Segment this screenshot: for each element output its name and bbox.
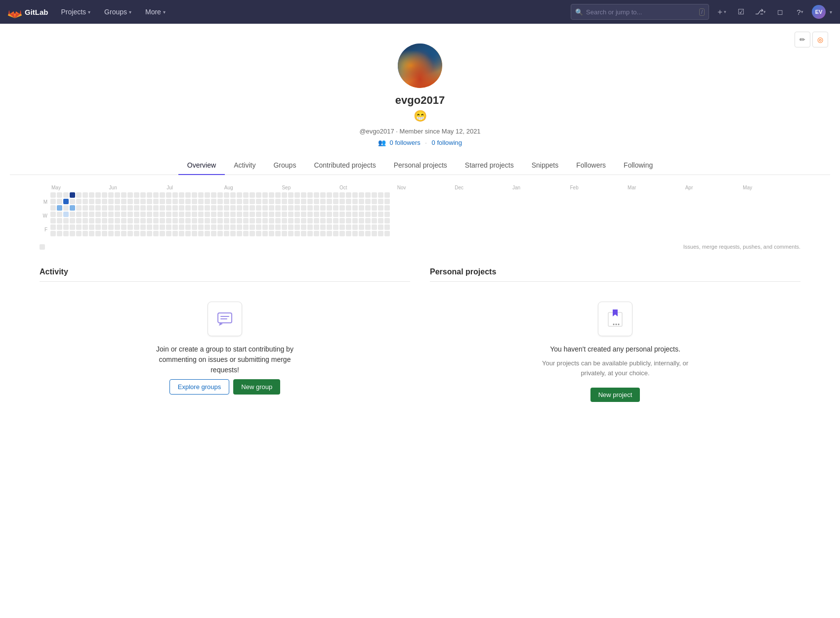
calendar-cell <box>269 199 274 204</box>
followers-link[interactable]: 0 followers <box>390 139 422 146</box>
calendar-cell <box>327 218 332 223</box>
tab-overview[interactable]: Overview <box>178 156 225 175</box>
calendar-cell <box>121 199 126 204</box>
calendar-cell <box>172 218 178 223</box>
calendar-cell <box>243 199 249 204</box>
calendar-cell <box>83 199 88 204</box>
calendar-cell <box>282 212 287 217</box>
calendar-week-column <box>365 192 371 240</box>
calendar-cell <box>127 224 133 230</box>
calendar-cell <box>179 199 184 204</box>
calendar-cell <box>70 199 75 204</box>
calendar-week-column <box>301 192 306 240</box>
calendar-cell <box>134 218 139 223</box>
calendar-cell <box>160 192 165 198</box>
member-since: Member since May 12, 2021 <box>400 128 481 135</box>
calendar-cell <box>50 205 56 211</box>
calendar-cell <box>352 192 358 198</box>
calendar-cell <box>320 199 326 204</box>
calendar-cell <box>256 218 261 223</box>
calendar-cell <box>192 205 197 211</box>
tab-followers[interactable]: Followers <box>567 156 615 175</box>
calendar-cell <box>211 224 216 230</box>
calendar-cell <box>327 224 332 230</box>
calendar-week-column <box>166 192 171 240</box>
tab-following[interactable]: Following <box>615 156 662 175</box>
calendar-cell <box>346 192 351 198</box>
nav-more[interactable]: More ▾ <box>140 5 170 19</box>
user-avatar-nav[interactable]: EV <box>812 5 826 19</box>
calendar-cell <box>70 218 75 223</box>
rss-feed-button[interactable]: ◎ <box>812 32 828 47</box>
calendar-cell <box>121 231 126 236</box>
calendar-cell <box>185 192 191 198</box>
calendar-cell <box>205 205 210 211</box>
explore-groups-button[interactable]: Explore groups <box>169 379 229 395</box>
legend-sq-1 <box>46 244 52 250</box>
calendar-cell <box>63 224 69 230</box>
profile-username: evgo2017 <box>395 94 445 107</box>
edit-profile-button[interactable]: ✏ <box>795 32 810 47</box>
svg-point-4 <box>618 324 620 325</box>
calendar-cell <box>250 192 255 198</box>
create-new-button[interactable]: ＋ ▾ <box>713 4 729 20</box>
calendar-month-label: May <box>743 185 800 190</box>
calendar-cell <box>269 212 274 217</box>
calendar-cell <box>275 199 281 204</box>
calendar-cell <box>230 231 236 236</box>
calendar-cell <box>140 212 146 217</box>
new-project-button[interactable]: New project <box>590 388 640 402</box>
calendar-cell <box>224 199 229 204</box>
calendar-cell <box>275 224 281 230</box>
new-group-button[interactable]: New group <box>233 379 280 395</box>
tab-starred-projects[interactable]: Starred projects <box>456 156 523 175</box>
user-avatar <box>398 44 442 88</box>
nav-groups[interactable]: Groups ▾ <box>99 5 136 19</box>
calendar-cell <box>237 231 242 236</box>
calendar-week-column <box>372 192 377 240</box>
calendar-cell <box>275 205 281 211</box>
todo-button[interactable]: ☑ <box>733 4 749 20</box>
calendar-cell <box>198 212 204 217</box>
calendar-cell <box>70 231 75 236</box>
calendar-cell <box>217 218 223 223</box>
calendar-cell <box>63 199 69 204</box>
calendar-row-labels: MWF <box>40 192 47 240</box>
personal-projects-empty-sub: Your projects can be available publicly,… <box>531 358 699 378</box>
calendar-cell <box>275 192 281 198</box>
calendar-week-column <box>384 192 390 240</box>
following-link[interactable]: 0 following <box>432 139 462 146</box>
calendar-month-label: Jan <box>512 185 570 190</box>
calendar-cell <box>115 231 120 236</box>
issues-button[interactable]: ◻ <box>772 4 788 20</box>
calendar-cell <box>153 231 159 236</box>
calendar-cell <box>237 212 242 217</box>
tab-personal-projects[interactable]: Personal projects <box>385 156 456 175</box>
calendar-cell <box>294 224 300 230</box>
merge-requests-button[interactable]: ⎇ ▾ <box>753 4 768 20</box>
calendar-cell <box>134 231 139 236</box>
calendar-cell <box>269 205 274 211</box>
help-button[interactable]: ? ▾ <box>792 4 808 20</box>
calendar-cell <box>205 192 210 198</box>
tab-activity[interactable]: Activity <box>225 156 264 175</box>
calendar-week-column <box>198 192 204 240</box>
calendar-week-column <box>185 192 191 240</box>
calendar-cell <box>57 218 62 223</box>
calendar-cell <box>301 205 306 211</box>
calendar-cell <box>166 224 171 230</box>
tab-contributed-projects[interactable]: Contributed projects <box>305 156 384 175</box>
gitlab-logo[interactable]: GitLab <box>8 5 48 19</box>
tab-snippets[interactable]: Snippets <box>523 156 567 175</box>
calendar-cell <box>140 205 146 211</box>
tab-groups[interactable]: Groups <box>264 156 305 175</box>
calendar-cell <box>327 212 332 217</box>
calendar-cell <box>57 212 62 217</box>
calendar-cell <box>384 192 390 198</box>
calendar-cell <box>269 224 274 230</box>
nav-projects[interactable]: Projects ▾ <box>56 5 96 19</box>
calendar-cell <box>89 212 94 217</box>
search-input[interactable] <box>586 8 696 16</box>
calendar-cell <box>250 199 255 204</box>
calendar-cell <box>166 205 171 211</box>
